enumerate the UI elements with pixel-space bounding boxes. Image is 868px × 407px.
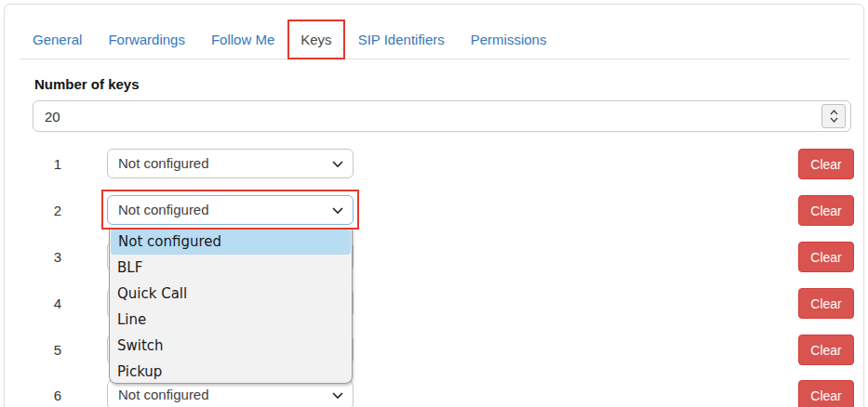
key-6-select-value: Not configured — [118, 387, 209, 402]
key-2-clear-button[interactable]: Clear — [798, 195, 854, 226]
key-row-number: 6 — [42, 387, 73, 403]
dropdown-option-line[interactable]: Line — [110, 307, 352, 333]
chevron-down-icon — [332, 392, 343, 400]
chevron-down-icon — [332, 161, 343, 168]
settings-card: General Forwardings Follow Me Keys SIP I… — [4, 4, 864, 407]
key-6-select[interactable]: Not configured — [107, 380, 354, 407]
chevron-down-icon — [332, 207, 343, 215]
dropdown-option-pickup[interactable]: Pickup — [110, 359, 352, 384]
number-of-keys-input[interactable] — [33, 100, 851, 132]
tab-permissions[interactable]: Permissions — [458, 20, 560, 59]
key-1-select[interactable]: Not configured — [107, 149, 354, 178]
key-1-select-value: Not configured — [118, 155, 209, 171]
key-2-select-value: Not configured — [118, 202, 209, 217]
key-row-number: 1 — [42, 156, 73, 172]
dropdown-option-not-configured[interactable]: Not configured — [111, 230, 351, 255]
key-row-number: 3 — [42, 249, 73, 265]
number-of-keys-field-wrap — [33, 100, 851, 132]
spinner-up-icon — [830, 110, 838, 115]
key-3-clear-button[interactable]: Clear — [798, 242, 854, 272]
tab-general[interactable]: General — [20, 20, 95, 59]
key-4-clear-button[interactable]: Clear — [798, 288, 854, 319]
key-2-select[interactable]: Not configured — [107, 195, 354, 225]
key-row-number: 4 — [42, 295, 73, 311]
key-row-number: 5 — [42, 342, 73, 358]
tab-forwardings[interactable]: Forwardings — [95, 20, 198, 59]
dropdown-option-switch[interactable]: Switch — [110, 333, 352, 359]
tab-bar: General Forwardings Follow Me Keys SIP I… — [20, 20, 849, 59]
key-row-number: 2 — [42, 203, 73, 218]
dropdown-option-blf[interactable]: BLF — [110, 255, 352, 281]
number-of-keys-label: Number of keys — [34, 76, 140, 92]
dropdown-option-quick-call[interactable]: Quick Call — [110, 281, 352, 307]
key-2-select-dropdown: Not configured BLF Quick Call Line Switc… — [109, 228, 353, 384]
key-5-clear-button[interactable]: Clear — [798, 335, 854, 365]
tab-keys[interactable]: Keys — [287, 20, 344, 59]
spinner-down-icon — [830, 117, 838, 123]
tab-sip-identifiers[interactable]: SIP Identifiers — [345, 20, 458, 59]
key-6-clear-button[interactable]: Clear — [798, 380, 854, 407]
key-1-clear-button[interactable]: Clear — [798, 149, 854, 179]
tab-follow-me[interactable]: Follow Me — [198, 20, 287, 59]
number-stepper[interactable] — [821, 104, 846, 128]
